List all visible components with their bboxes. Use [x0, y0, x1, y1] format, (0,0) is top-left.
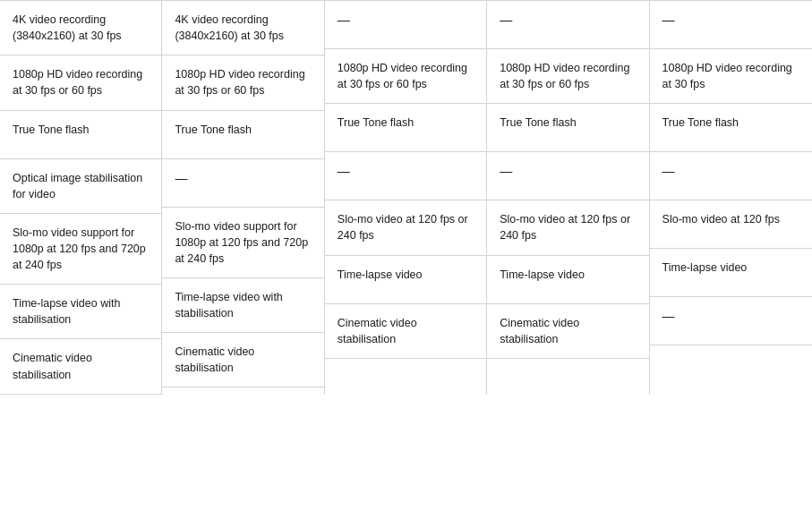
- cell-content: True Tone flash: [500, 115, 576, 131]
- cell-1080p: 1080p HD video recording at 30 fps or 60…: [487, 49, 648, 104]
- cell-cinematic: Cinematic video stabilisation: [325, 304, 486, 359]
- cell-content: Time-lapse video with stabilisation: [13, 295, 149, 328]
- cell-ois: —: [162, 159, 323, 208]
- cell-4k: —: [325, 1, 486, 49]
- cell-content: True Tone flash: [338, 115, 414, 131]
- cell-cinematic: Cinematic video stabilisation: [162, 333, 323, 388]
- cell-content: 1080p HD video recording at 30 fps or 60…: [13, 66, 149, 98]
- cell-content: 1080p HD video recording at 30 fps or 60…: [500, 60, 636, 92]
- cell-content: Slo-mo video at 120 fps or 240 fps: [338, 211, 474, 243]
- cell-slomo: Slo-mo video at 120 fps or 240 fps: [487, 200, 648, 255]
- cell-cinematic: Cinematic video stabilisation: [487, 304, 648, 359]
- cell-content: Time-lapse video: [662, 260, 748, 276]
- cell-4k: —: [650, 1, 812, 49]
- cell-slomo: Slo-mo video support for 1080p at 120 fp…: [162, 208, 323, 278]
- dash-indicator: —: [338, 163, 350, 181]
- cell-content: Cinematic video stabilisation: [13, 350, 149, 382]
- column-2: 4K video recording (3840x2160) at 30 fps…: [162, 1, 324, 395]
- cell-ois: —: [487, 152, 648, 200]
- cell-content: True Tone flash: [13, 122, 89, 138]
- cell-content: True Tone flash: [175, 122, 251, 138]
- cell-content: True Tone flash: [662, 115, 739, 131]
- cell-cinematic: —: [650, 297, 812, 345]
- cell-timelapse: Time-lapse video: [487, 256, 648, 304]
- dash-indicator: —: [500, 12, 512, 30]
- cell-content: Time-lapse video with stabilisation: [175, 289, 311, 321]
- dash-indicator: —: [662, 308, 675, 326]
- cell-flash: True Tone flash: [487, 104, 648, 152]
- cell-slomo: Slo-mo video at 120 fps: [650, 200, 812, 249]
- cell-content: 4K video recording (3840x2160) at 30 fps: [175, 12, 311, 44]
- cell-content: Cinematic video stabilisation: [500, 315, 636, 347]
- cell-content: 4K video recording (3840x2160) at 30 fps: [13, 12, 149, 44]
- column-1: 4K video recording (3840x2160) at 30 fps…: [0, 1, 162, 395]
- cell-content: 1080p HD video recording at 30 fps or 60…: [338, 60, 474, 92]
- cell-timelapse: Time-lapse video with stabilisation: [162, 278, 323, 333]
- cell-timelapse: Time-lapse video: [325, 256, 486, 304]
- column-5: —1080p HD video recording at 30 fpsTrue …: [650, 1, 812, 395]
- cell-ois: —: [650, 152, 812, 200]
- cell-4k: 4K video recording (3840x2160) at 30 fps: [162, 1, 323, 55]
- dash-indicator: —: [662, 12, 675, 30]
- cell-flash: True Tone flash: [325, 104, 486, 152]
- cell-1080p: 1080p HD video recording at 30 fps or 60…: [0, 55, 161, 110]
- cell-ois: Optical image stabilisation for video: [0, 159, 161, 214]
- cell-slomo: Slo-mo video support for 1080p at 120 fp…: [0, 214, 161, 285]
- cell-content: Cinematic video stabilisation: [175, 344, 311, 376]
- column-4: —1080p HD video recording at 30 fps or 6…: [487, 1, 649, 395]
- cell-content: 1080p HD video recording at 30 fps or 60…: [175, 66, 311, 98]
- dash-indicator: —: [662, 163, 675, 181]
- cell-content: Slo-mo video at 120 fps: [662, 211, 780, 227]
- comparison-table: 4K video recording (3840x2160) at 30 fps…: [0, 0, 812, 395]
- column-3: —1080p HD video recording at 30 fps or 6…: [325, 1, 487, 395]
- cell-content: 1080p HD video recording at 30 fps: [662, 60, 799, 92]
- dash-indicator: —: [338, 12, 350, 30]
- cell-1080p: 1080p HD video recording at 30 fps or 60…: [325, 49, 486, 104]
- cell-content: Time-lapse video: [338, 267, 423, 283]
- cell-content: Slo-mo video support for 1080p at 120 fp…: [13, 225, 149, 273]
- cell-slomo: Slo-mo video at 120 fps or 240 fps: [325, 200, 486, 255]
- cell-timelapse: Time-lapse video: [650, 249, 812, 297]
- cell-flash: True Tone flash: [650, 104, 812, 152]
- cell-timelapse: Time-lapse video with stabilisation: [0, 285, 161, 339]
- dash-indicator: —: [175, 170, 187, 188]
- cell-flash: True Tone flash: [162, 111, 323, 159]
- cell-content: Optical image stabilisation for video: [13, 170, 149, 202]
- cell-content: Slo-mo video at 120 fps or 240 fps: [500, 211, 636, 243]
- cell-1080p: 1080p HD video recording at 30 fps: [650, 49, 812, 104]
- cell-4k: 4K video recording (3840x2160) at 30 fps: [0, 1, 161, 55]
- dash-indicator: —: [500, 163, 512, 181]
- cell-cinematic: Cinematic video stabilisation: [0, 339, 161, 394]
- cell-flash: True Tone flash: [0, 111, 161, 159]
- cell-content: Time-lapse video: [500, 267, 585, 283]
- cell-1080p: 1080p HD video recording at 30 fps or 60…: [162, 55, 323, 110]
- cell-content: Slo-mo video support for 1080p at 120 fp…: [175, 218, 311, 267]
- cell-content: Cinematic video stabilisation: [338, 315, 474, 347]
- cell-4k: —: [487, 1, 648, 49]
- cell-ois: —: [325, 152, 486, 200]
